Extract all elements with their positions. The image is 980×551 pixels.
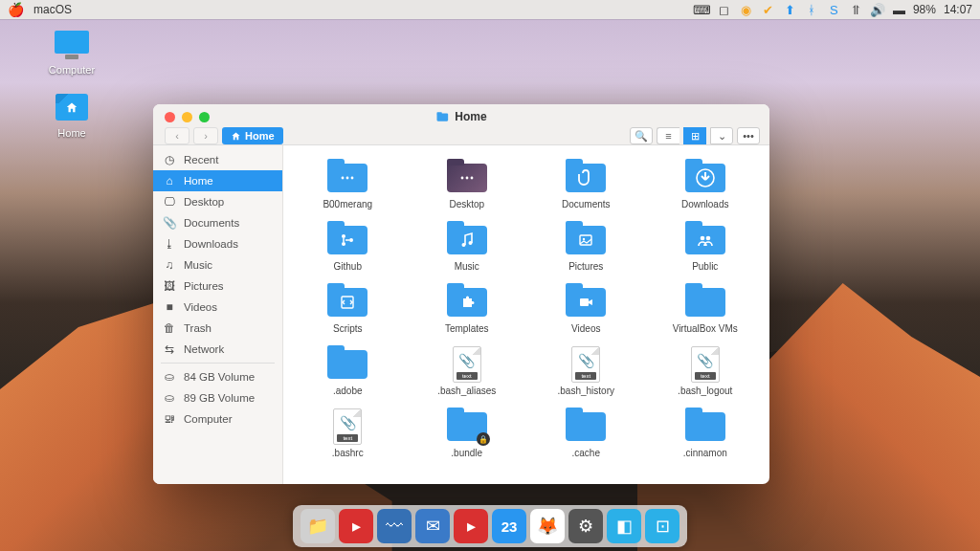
dock-app-files[interactable]: 📁 — [301, 509, 335, 543]
grid-item[interactable]: .adobe — [291, 343, 405, 400]
apple-menu-icon[interactable]: 🍎 — [8, 2, 24, 17]
sidebar-item-computer[interactable]: 🖳Computer — [153, 408, 282, 430]
view-list-button[interactable]: ≡ — [657, 127, 679, 144]
svg-point-15 — [583, 238, 585, 240]
grid-item[interactable]: 📎text.bash_logout — [649, 343, 763, 400]
svg-point-12 — [461, 243, 465, 247]
grid-item[interactable]: Templates — [411, 281, 524, 338]
sync-check-icon[interactable]: ✔ — [761, 3, 775, 17]
dock-app-firefox[interactable]: 🦊 — [530, 509, 565, 543]
clock-icon: ◷ — [163, 153, 176, 166]
grid-item[interactable]: Scripts — [291, 281, 405, 338]
tray-icon[interactable]: ◻ — [717, 3, 731, 17]
folder-icon — [327, 226, 368, 254]
grid-item-label: .cinnamon — [683, 448, 727, 458]
folder-icon — [327, 350, 368, 379]
grid-item-label: Downloads — [681, 199, 728, 209]
picture-icon: 🖼 — [163, 279, 176, 293]
grid-item-label: Github — [334, 261, 362, 272]
menubar: 🍎 macOS ⌨ ◻ ◉ ✔ ⬆ ᚼ S ⥣ 🔊 ▬ 98% 14:07 — [0, 0, 980, 19]
sidebar-item-pictures[interactable]: 🖼Pictures — [153, 276, 282, 297]
bluetooth-icon[interactable]: ᚼ — [805, 3, 819, 17]
maximize-button[interactable] — [199, 112, 210, 122]
grid-item[interactable]: Public — [649, 219, 763, 276]
grid-item-label: Templates — [445, 323, 489, 334]
view-icons-button[interactable]: ⊞ — [683, 127, 706, 144]
file-grid: B00merangDesktopDocumentsDownloadsGithub… — [283, 145, 769, 484]
file-icon: 📎text — [571, 346, 600, 383]
svg-rect-19 — [580, 298, 589, 306]
grid-item[interactable]: Github — [291, 219, 405, 276]
sidebar-item-volume-0[interactable]: ⛀84 GB Volume — [153, 366, 282, 387]
dock-app-mail[interactable]: ✉ — [415, 509, 450, 543]
grid-item[interactable]: 🔒.bundle — [411, 406, 524, 462]
sidebar-item-downloads[interactable]: ⭳Downloads — [153, 233, 282, 254]
sidebar-item-recent[interactable]: ◷Recent — [153, 149, 282, 170]
nav-forward-button[interactable]: › — [193, 127, 218, 144]
grid-item-label: .bashrc — [332, 448, 364, 458]
music-icon: ♫ — [163, 258, 176, 272]
sidebar-item-home[interactable]: ⌂Home — [153, 170, 282, 191]
grid-item[interactable]: .cinnamon — [649, 406, 763, 462]
minimize-button[interactable] — [182, 112, 192, 122]
dock-app-settings[interactable]: ⚙ — [568, 509, 603, 543]
video-icon: ■ — [163, 300, 176, 314]
sidebar-item-volume-1[interactable]: ⛀89 GB Volume — [153, 387, 282, 408]
home-icon: ⌂ — [163, 174, 176, 187]
grid-item[interactable]: 📎text.bash_aliases — [411, 343, 524, 400]
grid-item[interactable]: Videos — [529, 281, 643, 338]
search-button[interactable]: 🔍 — [630, 127, 653, 144]
sidebar-item-documents[interactable]: 📎Documents — [153, 212, 282, 233]
dock-app-virtualbox[interactable]: ◧ — [607, 509, 641, 543]
monitor-icon — [55, 31, 89, 54]
nav-back-button[interactable]: ‹ — [165, 127, 189, 144]
volume-icon[interactable]: 🔊 — [871, 3, 885, 17]
home-folder-icon — [56, 94, 88, 121]
view-more-button[interactable]: ⌄ — [710, 127, 733, 144]
grid-item[interactable]: Documents — [529, 157, 643, 213]
grid-item-label: Music — [455, 261, 479, 272]
grid-item-label: Pictures — [568, 261, 603, 272]
svg-point-17 — [705, 236, 710, 241]
grid-item-label: .bash_aliases — [437, 386, 496, 396]
keyboard-icon[interactable]: ⌨ — [695, 3, 709, 17]
grid-item[interactable]: 📎text.bashrc — [291, 406, 405, 462]
sidebar: ◷Recent ⌂Home 🖵Desktop 📎Documents ⭳Downl… — [153, 145, 283, 484]
hamburger-button[interactable]: ••• — [737, 127, 760, 144]
appstore-icon[interactable]: ⬆ — [783, 3, 797, 17]
wifi-icon[interactable]: ⥣ — [849, 3, 863, 17]
grid-item[interactable]: 📎text.bash_history — [529, 343, 643, 400]
breadcrumb-home[interactable]: Home — [222, 127, 283, 144]
dock-app-media[interactable]: ▸ — [454, 509, 488, 543]
sidebar-item-desktop[interactable]: 🖵Desktop — [153, 191, 282, 212]
dock-app-calendar[interactable]: 23 — [492, 509, 526, 543]
dock-app-video-player[interactable]: ▸ — [339, 509, 373, 543]
grid-item[interactable]: .cache — [529, 406, 643, 462]
sidebar-item-music[interactable]: ♫Music — [153, 254, 282, 276]
skype-icon[interactable]: S — [827, 3, 841, 17]
grid-item[interactable]: B00merang — [291, 157, 405, 213]
menubar-time: 14:07 — [944, 3, 972, 16]
close-button[interactable] — [165, 112, 175, 122]
sidebar-item-videos[interactable]: ■Videos — [153, 297, 282, 318]
computer-icon: 🖳 — [163, 412, 176, 426]
sidebar-item-network[interactable]: ⇆Network — [153, 339, 282, 360]
grid-item[interactable]: VirtualBox VMs — [649, 281, 763, 338]
dock-app-wireshark[interactable]: 〰 — [377, 509, 412, 543]
grid-item-label: B00merang — [323, 199, 372, 209]
sidebar-item-trash[interactable]: 🗑Trash — [153, 318, 282, 339]
grid-item[interactable]: Desktop — [411, 157, 524, 213]
window-titlebar[interactable]: Home ‹ › Home 🔍 ≡ ⊞ ⌄ ••• — [153, 104, 769, 145]
menubar-app-name[interactable]: macOS — [33, 3, 72, 16]
desktop-icon-computer[interactable]: Computer — [38, 31, 105, 76]
disk-icon: ⛀ — [163, 391, 176, 405]
grid-item-label: Scripts — [333, 323, 363, 334]
sidebar-divider — [161, 363, 275, 364]
dock-app-dock-prefs[interactable]: ⊡ — [645, 509, 679, 543]
grid-item[interactable]: Downloads — [649, 157, 763, 213]
grid-item[interactable]: Music — [411, 219, 524, 276]
user-icon[interactable]: ◉ — [739, 3, 753, 17]
desktop-icon-home[interactable]: Home — [38, 94, 105, 139]
grid-item-label: Public — [692, 261, 718, 272]
grid-item[interactable]: Pictures — [529, 219, 643, 276]
